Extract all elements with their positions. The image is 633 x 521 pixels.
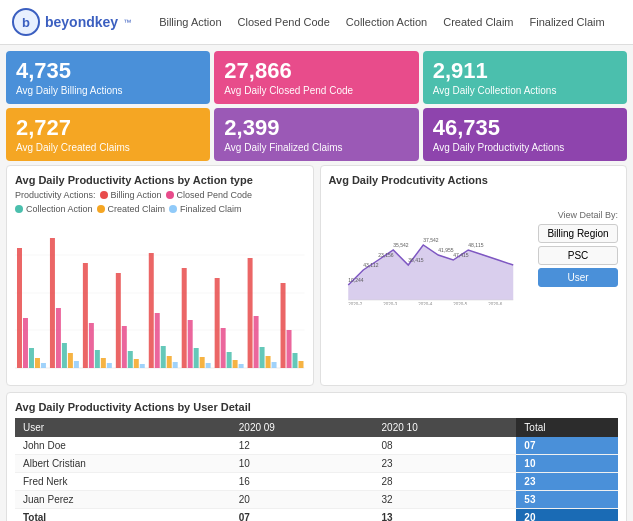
cell-total-col2: 13 — [374, 509, 517, 521]
btn-billing-region[interactable]: Billing Region — [538, 224, 618, 243]
table-row: Fred Nerk 16 28 23 — [15, 473, 618, 491]
cell-col2-0: 08 — [374, 437, 517, 455]
svg-text:47,415: 47,415 — [453, 252, 469, 258]
col-header-2020-10: 2020 10 — [374, 418, 517, 437]
btn-user[interactable]: User — [538, 268, 618, 287]
right-chart-title: Avg Daily Prodcutivity Actions — [329, 174, 619, 186]
cell-user-3: Juan Perez — [15, 491, 231, 509]
stat-value-pend: 27,866 — [224, 59, 408, 83]
table-title: Avg Daily Productivity Actions by User D… — [15, 401, 618, 413]
line-chart-area: 10,244 43,112 23,156 35,542 36,415 37,54… — [329, 190, 533, 309]
chart-legend: Productivity Actions: Billing Action Clo… — [15, 190, 305, 214]
svg-rect-10 — [56, 308, 61, 368]
svg-rect-47 — [299, 361, 304, 368]
svg-rect-45 — [287, 330, 292, 368]
main-content: Avg Daily Productivity Actions by Action… — [0, 165, 633, 521]
cell-total-0: 07 — [516, 437, 618, 455]
svg-rect-20 — [122, 326, 127, 368]
logo-text: beyondkey — [45, 14, 118, 30]
svg-rect-7 — [35, 358, 40, 368]
stats-grid: 4,735 Avg Daily Billing Actions 27,866 A… — [0, 45, 633, 165]
nav-links: Billing Action Closed Pend Code Collecti… — [159, 16, 605, 28]
stat-value-billing: 4,735 — [16, 59, 200, 83]
svg-rect-31 — [194, 348, 199, 368]
svg-rect-41 — [260, 347, 265, 368]
cell-user-2: Fred Nerk — [15, 473, 231, 491]
svg-rect-11 — [62, 343, 67, 368]
stat-card-pend: 27,866 Avg Daily Closed Pend Code — [214, 51, 418, 104]
stat-value-productivity: 46,735 — [433, 116, 617, 140]
svg-rect-12 — [68, 353, 73, 368]
right-panel-inner: 10,244 43,112 23,156 35,542 36,415 37,54… — [329, 190, 619, 309]
svg-text:2020-2: 2020-2 — [348, 302, 363, 305]
svg-rect-27 — [167, 356, 172, 368]
nav-created-claim[interactable]: Created Claim — [443, 16, 513, 28]
svg-text:43,112: 43,112 — [363, 262, 379, 268]
legend-closed-pend: Closed Pend Code — [166, 190, 253, 200]
stat-label-pend: Avg Daily Closed Pend Code — [224, 85, 408, 96]
svg-rect-17 — [101, 358, 106, 368]
legend-created: Created Claim — [97, 204, 166, 214]
svg-rect-33 — [206, 363, 211, 368]
stat-value-finalized: 2,399 — [224, 116, 408, 140]
svg-rect-25 — [155, 313, 160, 368]
svg-text:2020-3: 2020-3 — [383, 302, 398, 305]
table-totals-row: Total 07 13 20 — [15, 509, 618, 521]
stat-card-productivity: 46,735 Avg Daily Productivity Actions — [423, 108, 627, 161]
stat-card-created: 2,727 Avg Daily Created Claims — [6, 108, 210, 161]
svg-text:48,115: 48,115 — [468, 242, 484, 248]
cell-total-2: 23 — [516, 473, 618, 491]
svg-text:2020-5: 2020-5 — [453, 302, 468, 305]
cell-col1-2: 16 — [231, 473, 374, 491]
cell-col2-1: 23 — [374, 455, 517, 473]
svg-rect-39 — [248, 258, 253, 368]
nav-closed-pend-code[interactable]: Closed Pend Code — [238, 16, 330, 28]
cell-user-0: John Doe — [15, 437, 231, 455]
nav-collection-action[interactable]: Collection Action — [346, 16, 427, 28]
svg-rect-30 — [188, 320, 193, 368]
right-controls: View Detail By: Billing Region PSC User — [538, 190, 618, 309]
svg-rect-6 — [29, 348, 34, 368]
svg-rect-5 — [23, 318, 28, 368]
svg-rect-19 — [116, 273, 121, 368]
nav-finalized-claim[interactable]: Finalized Claim — [530, 16, 605, 28]
svg-text:36,415: 36,415 — [408, 257, 424, 263]
svg-rect-43 — [272, 362, 277, 368]
svg-rect-40 — [254, 316, 259, 368]
stat-label-billing: Avg Daily Billing Actions — [16, 85, 200, 96]
legend-billing: Billing Action — [100, 190, 162, 200]
svg-rect-37 — [233, 360, 238, 368]
svg-text:35,542: 35,542 — [393, 242, 409, 248]
stat-value-created: 2,727 — [16, 116, 200, 140]
svg-rect-35 — [221, 328, 226, 368]
legend-label-collection: Collection Action — [26, 204, 93, 214]
svg-text:10,244: 10,244 — [348, 277, 364, 283]
btn-psc[interactable]: PSC — [538, 246, 618, 265]
cell-col2-3: 32 — [374, 491, 517, 509]
svg-rect-34 — [215, 278, 220, 368]
svg-rect-14 — [83, 263, 88, 368]
logo-area: b beyondkey™ — [12, 8, 131, 36]
line-chart-svg: 10,244 43,112 23,156 35,542 36,415 37,54… — [329, 190, 533, 305]
nav-billing-action[interactable]: Billing Action — [159, 16, 221, 28]
col-header-total: Total — [516, 418, 618, 437]
stat-card-collection: 2,911 Avg Daily Collection Actions — [423, 51, 627, 104]
legend-dot-collection — [15, 205, 23, 213]
cell-total-1: 10 — [516, 455, 618, 473]
logo-tm: ™ — [123, 18, 131, 27]
legend-label-finalized: Finalized Claim — [180, 204, 242, 214]
svg-marker-48 — [348, 245, 513, 300]
legend-collection: Collection Action — [15, 204, 93, 214]
logo-icon: b — [12, 8, 40, 36]
svg-rect-21 — [128, 351, 133, 368]
stat-card-finalized: 2,399 Avg Daily Finalized Claims — [214, 108, 418, 161]
cell-col1-3: 20 — [231, 491, 374, 509]
svg-rect-23 — [140, 364, 145, 368]
svg-text:2020-4: 2020-4 — [418, 302, 433, 305]
view-detail-label: View Detail By: — [538, 210, 618, 220]
legend-prefix: Productivity Actions: — [15, 190, 96, 200]
svg-rect-15 — [89, 323, 94, 368]
svg-rect-38 — [239, 364, 244, 368]
svg-rect-4 — [17, 248, 22, 368]
left-chart-title: Avg Daily Productivity Actions by Action… — [15, 174, 305, 186]
